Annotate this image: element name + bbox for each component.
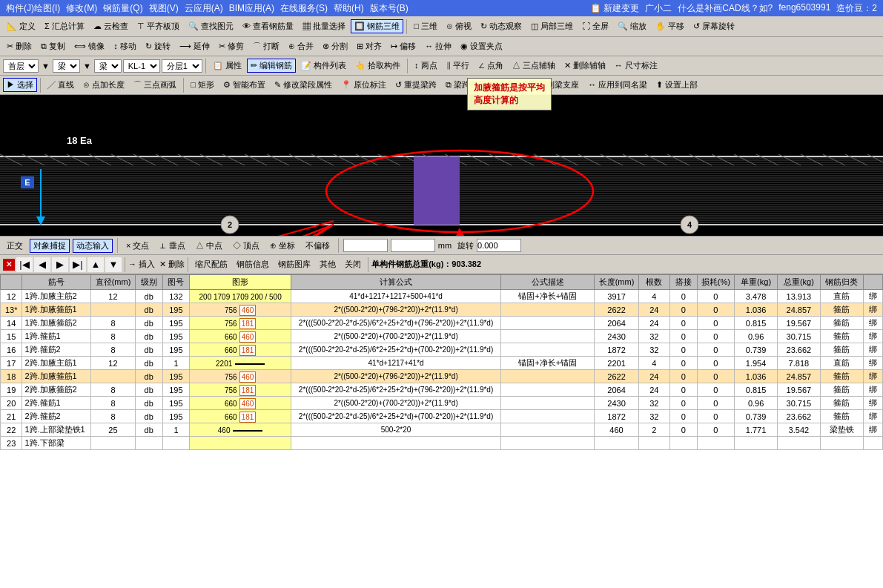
point-len-btn[interactable]: ⊙ 点加长度 — [79, 78, 128, 92]
table-row[interactable]: 212跨.箍筋28db195660 1812*(((500-2*20-2*d-2… — [1, 410, 883, 423]
fullscreen-btn[interactable]: ⛶ 全屏 — [578, 19, 612, 33]
mirror-btn[interactable]: ⟺ 镜像 — [70, 39, 108, 53]
calc-btn[interactable]: Σ 汇总计算 — [41, 19, 88, 33]
table-row[interactable]: 161跨.箍筋28db195660 1812*(((500-2*20-2*d-2… — [1, 343, 883, 357]
menu-online[interactable]: 在线服务(S) — [280, 2, 328, 15]
dynamic-input-btn[interactable]: 动态输入 — [73, 239, 113, 253]
x-coord-input[interactable] — [343, 239, 388, 252]
arc-btn[interactable]: ⌒ 三点画弧 — [130, 78, 180, 92]
trim-btn[interactable]: ✂ 修剪 — [215, 39, 248, 53]
table-row[interactable]: 192跨.加腋箍筋28db195756 1812*(((500-2*20-2*d… — [1, 383, 883, 397]
orthogonal-btn[interactable]: 正交 — [3, 239, 27, 253]
zoom-btn[interactable]: 🔍 缩放 — [614, 19, 650, 33]
menu-rebar[interactable]: 钢筋量(Q) — [103, 2, 142, 15]
pan-btn[interactable]: ✋ 平移 — [652, 19, 688, 33]
rotate-screen-btn[interactable]: ↺ 屏幕旋转 — [689, 19, 738, 33]
two-point-btn[interactable]: ↕ 两点 — [411, 59, 441, 73]
origin-mark-btn[interactable]: 📍 原位标注 — [337, 78, 390, 92]
table-row[interactable]: 13*1跨.加腋箍筋1db195756 4602*((500-2*20)+(79… — [1, 303, 883, 317]
subtype-select[interactable]: 梁 — [94, 59, 122, 73]
three-point-axis-btn[interactable]: △ 三点辅轴 — [509, 59, 559, 73]
table-row[interactable]: 151跨.箍筋18db195660 4602*((500-2*20)+(700-… — [1, 330, 883, 343]
property-btn[interactable]: 📋 属性 — [209, 59, 245, 73]
next-row-btn[interactable]: ▶ — [52, 257, 68, 272]
app-menu[interactable]: 构件(J) — [6, 2, 34, 15]
table-row[interactable]: 221跨.上部梁垫铁125db1460500-2*204602001.7713.… — [1, 423, 883, 437]
move-btn[interactable]: ↕ 移动 — [110, 39, 140, 53]
batch-select-btn[interactable]: ▦ 批量选择 — [299, 19, 349, 33]
del-axis-btn[interactable]: ✕ 删除辅轴 — [560, 59, 609, 73]
coord-btn[interactable]: ⊕ 坐标 — [266, 239, 299, 253]
vertex-btn[interactable]: ◇ 顶点 — [229, 239, 263, 253]
midpoint-btn[interactable]: △ 中点 — [192, 239, 226, 253]
delete-btn[interactable]: ✂ 删除 — [3, 39, 36, 53]
table-row[interactable]: 231跨.下部梁 — [1, 437, 883, 450]
menu-bim[interactable]: BIM应用(A) — [229, 2, 274, 15]
rebar-table-container[interactable]: 筋号 直径(mm) 级别 图号 图形 计算公式 公式描述 长度(mm) 根数 搭… — [0, 274, 883, 588]
prev-row-btn[interactable]: ◀ — [34, 257, 50, 272]
split-btn[interactable]: ⊗ 分割 — [319, 39, 351, 53]
rebar-lib-btn[interactable]: 钢筋图库 — [274, 257, 314, 271]
table-row[interactable]: 202跨.箍筋18db195660 4602*((500-2*20)+(700-… — [1, 397, 883, 410]
new-change-btn[interactable]: 📋 新建变更 — [590, 2, 639, 15]
smart-place-btn[interactable]: ⚙ 智能布置 — [219, 78, 269, 92]
find-elem-btn[interactable]: 🔍 查找图元 — [185, 19, 237, 33]
modify-span-btn[interactable]: ✎ 修改梁段属性 — [271, 78, 336, 92]
other-btn[interactable]: 其他 — [316, 257, 340, 271]
cloud-check-btn[interactable]: ☁ 云检查 — [90, 19, 132, 33]
table-row[interactable]: 172跨.加腋主筋112db1220141*d+1217+41*d锚固+净长+锚… — [1, 357, 883, 370]
rebar-info-btn[interactable]: 钢筋信息 — [233, 257, 273, 271]
close-panel-btn[interactable]: 关闭 — [341, 257, 365, 271]
close-panel-icon[interactable]: ✕ — [3, 259, 15, 271]
up-btn[interactable]: ▲ — [87, 257, 104, 272]
object-snap-btn[interactable]: 对象捕捉 — [30, 239, 70, 253]
line-btn[interactable]: ╱ 直线 — [44, 78, 78, 92]
view-rebar-btn[interactable]: 👁 查看钢筋量 — [239, 19, 297, 33]
select-btn[interactable]: ▶ 选择 — [3, 78, 37, 92]
table-row[interactable]: 182跨.加腋箍筋1db195756 4602*((500-2*20)+(796… — [1, 370, 883, 383]
table-row[interactable]: 121跨.加腋主筋212db132200 1709 1709 200 / 500… — [1, 290, 883, 303]
down-btn[interactable]: ▼ — [105, 257, 122, 272]
3d-btn[interactable]: □ 三维 — [410, 19, 441, 33]
align-top-btn[interactable]: ⊤ 平齐板顶 — [133, 19, 183, 33]
copy-btn[interactable]: ⧉ 复制 — [37, 39, 69, 53]
menu-help[interactable]: 帮助(H) — [334, 2, 364, 15]
cad-canvas[interactable]: E 2 4 — [0, 95, 883, 236]
edit-rebar-btn[interactable]: ✏ 编辑钢筋 — [247, 59, 296, 73]
table-row[interactable]: 141跨.加腋箍筋28db195756 1812*(((500-2*20-2*d… — [1, 317, 883, 330]
parallel-btn[interactable]: ∥ 平行 — [443, 59, 473, 73]
type-select[interactable]: 梁 — [53, 59, 80, 73]
floor-select[interactable]: 首层 — [3, 59, 39, 73]
menu-cloud[interactable]: 云应用(A) — [185, 2, 223, 15]
merge-btn[interactable]: ⊕ 合并 — [285, 39, 317, 53]
rotate-input[interactable] — [477, 239, 521, 252]
grip-btn[interactable]: ◉ 设置夹点 — [457, 39, 506, 53]
last-row-btn[interactable]: ▶| — [70, 257, 86, 272]
no-offset-btn[interactable]: 不偏移 — [302, 239, 334, 253]
align-btn[interactable]: ⊞ 对齐 — [353, 39, 386, 53]
menu-modify[interactable]: 修改(M) — [66, 2, 97, 15]
local-3d-btn[interactable]: ◫ 局部三维 — [527, 19, 577, 33]
scale-rebar-btn[interactable]: 缩尺配筋 — [191, 257, 231, 271]
reget-span-btn[interactable]: ↺ 重提梁跨 — [391, 78, 440, 92]
menu-view[interactable]: 视图(V) — [149, 2, 179, 15]
apply-same-btn[interactable]: ↔ 应用到同名梁 — [584, 78, 651, 92]
break-btn[interactable]: ⌒ 打断 — [249, 39, 283, 53]
set-upper-btn[interactable]: ⬆ 设置上部 — [652, 78, 701, 92]
rotate-btn[interactable]: ↻ 旋转 — [142, 39, 174, 53]
perpendicular-btn[interactable]: ⊥ 垂点 — [156, 239, 188, 253]
component-list-btn[interactable]: 📝 构件列表 — [297, 59, 350, 73]
intersect-btn[interactable]: × 交点 — [122, 239, 153, 253]
name-select[interactable]: KL-1 — [123, 59, 160, 73]
angle-point-btn[interactable]: ∠ 点角 — [474, 59, 507, 73]
dynamic-view-btn[interactable]: ↻ 动态观察 — [477, 19, 526, 33]
define-btn[interactable]: 📐 定义 — [3, 19, 39, 33]
dim-btn[interactable]: ↔ 尺寸标注 — [611, 59, 661, 73]
extend-btn[interactable]: ⟶ 延伸 — [176, 39, 214, 53]
pick-component-btn[interactable]: 👆 拾取构件 — [351, 59, 404, 73]
rect-btn[interactable]: □ 矩形 — [187, 78, 218, 92]
menu-drawing[interactable]: 绘图(I) — [34, 2, 60, 15]
menu-version[interactable]: 版本号(B) — [370, 2, 409, 15]
stretch-btn[interactable]: ↔ 拉伸 — [421, 39, 455, 53]
first-row-btn[interactable]: |◀ — [16, 257, 33, 272]
